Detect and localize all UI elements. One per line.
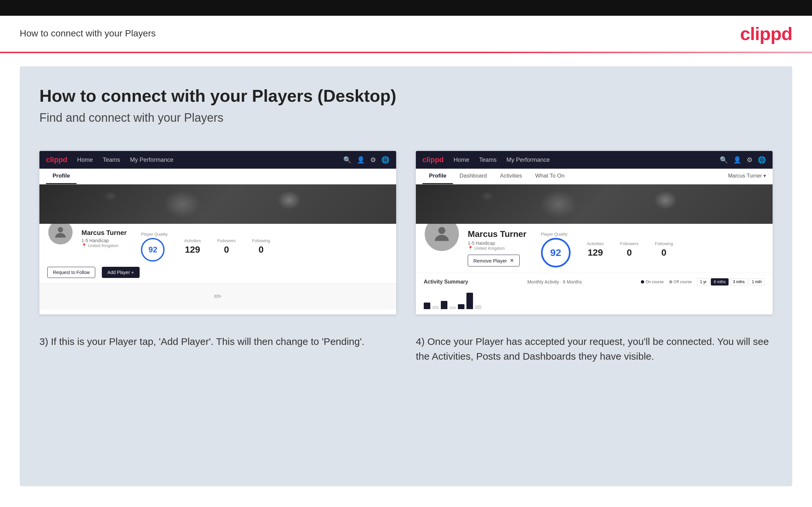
panel1-tabs: Profile: [39, 169, 396, 184]
page-footer: Copyright Clippd 2022: [0, 499, 812, 507]
search-icon-2[interactable]: 🔍: [720, 156, 728, 164]
panel2-nav: clippd Home Teams My Performance 🔍 👤 ⚙ 🌐: [416, 151, 773, 169]
remove-player-button[interactable]: Remove Player ✕: [468, 255, 520, 267]
globe-icon[interactable]: 🌐: [382, 156, 390, 164]
tab-activities[interactable]: Activities: [493, 169, 528, 184]
bar-2: [432, 306, 439, 309]
main-title: How to connect with your Players (Deskto…: [39, 86, 773, 106]
panel1-player-name: Marcus Turner: [82, 229, 126, 237]
bar-1: [424, 302, 430, 309]
panel2-quality-circle: 92: [541, 238, 570, 268]
period-6mths[interactable]: 6 mths: [711, 278, 728, 285]
panel2-nav-myperformance[interactable]: My Performance: [507, 157, 550, 163]
search-icon[interactable]: 🔍: [343, 156, 351, 164]
panel1-banner: [39, 184, 396, 224]
clippd-logo: clippd: [740, 23, 792, 44]
activity-summary: Activity Summary Monthly Activity · 6 Mo…: [416, 273, 773, 315]
panel1-quality-label: Player Quality: [141, 232, 167, 237]
period-3mths[interactable]: 3 mths: [730, 278, 748, 285]
panel1-followers-value: 0: [217, 244, 236, 255]
panel-1: clippd Home Teams My Performance 🔍 👤 ⚙ 🌐…: [39, 151, 396, 315]
banner-pattern-2: [416, 184, 773, 224]
period-1mth[interactable]: 1 mth: [749, 278, 765, 285]
page-breadcrumb: How to connect with your Players: [20, 28, 156, 39]
step4-description: 4) Once your Player has accepted your re…: [416, 334, 773, 363]
panel1-following-label: Following: [252, 238, 270, 243]
panel2-quality-label: Player Quality: [541, 232, 570, 237]
offcourse-dot: [669, 280, 672, 284]
panel1-player-details: Marcus Turner 1-5 Handicap 📍 United King…: [82, 229, 126, 248]
period-buttons: 1 yr 6 mths 3 mths 1 mth: [697, 278, 765, 285]
panel2-followers-value: 0: [620, 247, 639, 258]
panel2-tabs: Profile Dashboard Activities What To On …: [416, 169, 773, 184]
panel2-following: Following 0: [655, 241, 673, 258]
legend-offcourse: Off course: [669, 280, 692, 284]
activity-period: Monthly Activity · 6 Months: [527, 279, 582, 284]
panel1-following-value: 0: [252, 244, 270, 255]
svg-point-1: [438, 227, 445, 234]
panel2-player-name: Marcus Turner: [468, 229, 526, 239]
svg-point-0: [58, 227, 63, 232]
panel2-handicap: 1-5 Handicap: [468, 240, 526, 246]
banner-pattern: [39, 184, 396, 224]
panel2-following-label: Following: [655, 241, 673, 246]
panel1-nav-home[interactable]: Home: [77, 157, 93, 163]
bar-5: [458, 304, 464, 309]
globe-icon-2[interactable]: 🌐: [758, 156, 766, 164]
panel-2: clippd Home Teams My Performance 🔍 👤 ⚙ 🌐…: [416, 151, 773, 315]
activity-controls: On course Off course 1 yr 6 mths 3 mths …: [641, 278, 765, 285]
tab-player-selector[interactable]: Marcus Turner ▾: [728, 169, 766, 184]
step3-description: 3) If this is your Player tap, 'Add Play…: [39, 334, 396, 363]
panel2-profile-info: Marcus Turner 1-5 Handicap 📍 United King…: [416, 224, 773, 273]
panel2-location: 📍 United Kingdom: [468, 246, 526, 251]
request-follow-button[interactable]: Request to Follow: [47, 267, 95, 278]
panel1-profile-info: Marcus Turner 1-5 Handicap 📍 United King…: [39, 224, 396, 267]
location-icon: 📍: [82, 243, 87, 248]
tab-profile[interactable]: Profile: [46, 169, 77, 184]
panel2-activities: Activities 129: [587, 241, 604, 258]
panel1-nav-myperformance[interactable]: My Performance: [130, 157, 173, 163]
panel1-nav-icons: 🔍 👤 ⚙ 🌐: [343, 156, 390, 164]
activity-header: Activity Summary Monthly Activity · 6 Mo…: [424, 278, 765, 285]
settings-icon-2[interactable]: ⚙: [747, 156, 753, 164]
panel1-location: 📍 United Kingdom: [82, 243, 126, 248]
period-1yr[interactable]: 1 yr: [697, 278, 710, 285]
panel2-followers-label: Followers: [620, 241, 639, 246]
panel2-activities-label: Activities: [587, 241, 604, 246]
panel2-activities-value: 129: [587, 247, 604, 258]
panel1-stats: Player Quality 92 Activities 129 Followe…: [141, 232, 270, 262]
activity-title: Activity Summary: [424, 279, 468, 285]
add-player-button[interactable]: Add Player +: [102, 267, 140, 278]
tab-dashboard[interactable]: Dashboard: [453, 169, 493, 184]
panel1-activities-label: Activities: [184, 238, 201, 243]
profile-icon-2[interactable]: 👤: [733, 156, 742, 164]
panel1-followers-label: Followers: [217, 238, 236, 243]
panel2-nav-home[interactable]: Home: [454, 157, 469, 163]
panel2-followers: Followers 0: [620, 241, 639, 258]
main-content: How to connect with your Players (Deskto…: [20, 66, 792, 486]
panel1-bottom: ✏: [39, 283, 396, 309]
panel1-activities: Activities 129: [184, 238, 201, 255]
tab-what-to-on[interactable]: What To On: [528, 169, 571, 184]
panel2-player-details: Marcus Turner 1-5 Handicap 📍 United King…: [468, 229, 526, 267]
panel1-nav: clippd Home Teams My Performance 🔍 👤 ⚙ 🌐: [39, 151, 396, 169]
panel1-followers: Followers 0: [217, 238, 236, 255]
panels-row: clippd Home Teams My Performance 🔍 👤 ⚙ 🌐…: [39, 151, 773, 315]
close-icon: ✕: [510, 258, 514, 264]
panel2-logo: clippd: [422, 156, 444, 164]
panel2-following-value: 0: [655, 247, 673, 258]
panel2-quality-wrapper: Player Quality 92: [541, 232, 570, 268]
oncourse-dot: [641, 280, 644, 284]
settings-icon[interactable]: ⚙: [370, 156, 376, 164]
panel1-activities-value: 129: [184, 244, 201, 255]
panel2-banner: [416, 184, 773, 224]
description-section: 3) If this is your Player tap, 'Add Play…: [39, 334, 773, 363]
profile-icon[interactable]: 👤: [357, 156, 365, 164]
panel1-logo: clippd: [46, 156, 67, 164]
top-bar: [0, 0, 812, 16]
panel1-nav-teams[interactable]: Teams: [103, 157, 120, 163]
tab-profile-2[interactable]: Profile: [422, 169, 453, 184]
panel2-nav-teams[interactable]: Teams: [479, 157, 497, 163]
panel2-stats: Player Quality 92 Activities 129 Followe…: [541, 232, 673, 268]
panel1-quality-wrapper: Player Quality 92: [141, 232, 167, 262]
